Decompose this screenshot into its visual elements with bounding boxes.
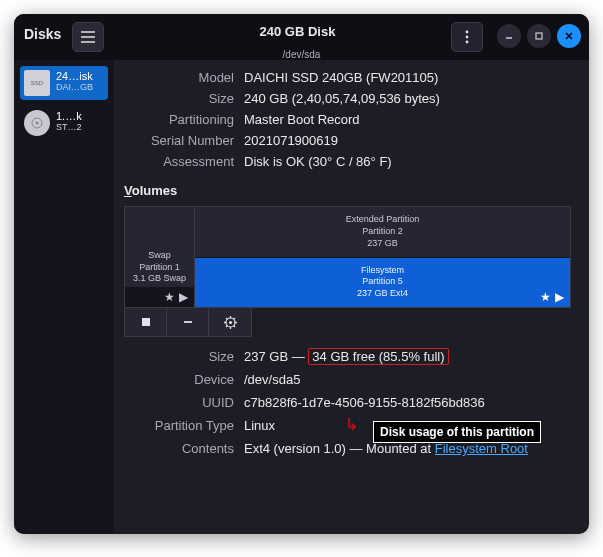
- partitioning-value: Master Boot Record: [244, 112, 571, 127]
- kebab-icon: [465, 30, 469, 44]
- serial-label: Serial Number: [124, 133, 234, 148]
- serial-value: 2021071900619: [244, 133, 571, 148]
- maximize-button[interactable]: [527, 24, 551, 48]
- settings-button[interactable]: [209, 308, 251, 336]
- svg-point-5: [36, 122, 39, 125]
- part-device-value: /dev/sda5: [244, 372, 571, 387]
- part-size-value: 237 GB — 34 GB free (85.5% full): [244, 349, 571, 364]
- sidebar-disk-text: 1.…k ST…2: [56, 110, 82, 136]
- window-subtitle: /dev/sda: [250, 49, 354, 60]
- part-size-label: Size: [124, 349, 234, 364]
- sidebar: SSD 24…isk DAI…GB 1.…k ST…2: [14, 60, 114, 534]
- sidebar-disk-text: 24…isk DAI…GB: [56, 70, 93, 96]
- volume-filesystem[interactable]: Filesystem Partition 5 237 GB Ext4 ★ ▶: [195, 258, 570, 308]
- part-uuid-value: c7b828f6-1d7e-4506-9155-8182f56bd836: [244, 395, 571, 410]
- assessment-label: Assessment: [124, 154, 234, 169]
- maximize-icon: [534, 31, 544, 41]
- drive-options-button[interactable]: [451, 22, 483, 52]
- sidebar-disk-ssd[interactable]: SSD 24…isk DAI…GB: [20, 66, 108, 100]
- fs-actions: ★ ▶: [540, 290, 564, 304]
- star-icon[interactable]: ★: [164, 290, 175, 304]
- play-icon[interactable]: ▶: [179, 290, 188, 304]
- drive-info: Model DAICHI SSD 240GB (FW201105) Size 2…: [124, 70, 571, 169]
- minimize-icon: [504, 31, 514, 41]
- model-label: Model: [124, 70, 234, 85]
- part-contents-value: Ext4 (version 1.0) — Mounted at Filesyst…: [244, 441, 571, 456]
- assessment-value: Disk is OK (30° C / 86° F): [244, 154, 571, 169]
- gear-icon: [224, 316, 237, 329]
- part-contents-label: Contents: [124, 441, 234, 456]
- window-title-group: 240 GB Disk /dev/sda: [250, 14, 354, 60]
- part-device-label: Device: [124, 372, 234, 387]
- volume-swap[interactable]: Swap Partition 1 3.1 GB Swap ★ ▶: [125, 207, 195, 307]
- ssd-icon: SSD: [24, 70, 50, 96]
- free-space-highlight: 34 GB free (85.5% full): [308, 348, 448, 365]
- close-icon: [564, 31, 574, 41]
- partitioning-label: Partitioning: [124, 112, 234, 127]
- partition-info: Size 237 GB — 34 GB free (85.5% full) De…: [124, 349, 571, 456]
- swap-actions: ★ ▶: [125, 287, 194, 307]
- content-area: SSD 24…isk DAI…GB 1.…k ST…2 Model DAICHI…: [14, 60, 589, 534]
- minimize-button[interactable]: [497, 24, 521, 48]
- svg-point-8: [228, 320, 231, 323]
- delete-button[interactable]: [167, 308, 209, 336]
- menu-button[interactable]: [72, 22, 104, 52]
- hamburger-icon: [81, 31, 95, 43]
- hdd-icon: [24, 110, 50, 136]
- volumes-map: Swap Partition 1 3.1 GB Swap ★ ▶ Extende…: [124, 206, 571, 308]
- svg-rect-3: [536, 33, 542, 39]
- unmount-button[interactable]: [125, 308, 167, 336]
- svg-point-0: [466, 31, 469, 34]
- model-value: DAICHI SSD 240GB (FW201105): [244, 70, 571, 85]
- mount-point-link[interactable]: Filesystem Root: [435, 441, 528, 456]
- part-type-value: Linux: [244, 418, 571, 433]
- window-title: 240 GB Disk: [250, 14, 354, 49]
- close-button[interactable]: [557, 24, 581, 48]
- sidebar-disk-hdd[interactable]: 1.…k ST…2: [20, 106, 108, 140]
- volumes-heading: Volumes: [124, 183, 571, 198]
- size-value: 240 GB (2,40,05,74,09,536 bytes): [244, 91, 571, 106]
- volume-extended[interactable]: Extended Partition Partition 2 237 GB: [195, 207, 570, 258]
- disks-window: Disks 240 GB Disk /dev/sda SSD 24…isk DA…: [14, 14, 589, 534]
- svg-rect-6: [142, 318, 150, 326]
- size-label: Size: [124, 91, 234, 106]
- svg-point-2: [466, 41, 469, 44]
- volume-toolbar: [124, 308, 252, 337]
- svg-point-1: [466, 36, 469, 39]
- part-type-label: Partition Type: [124, 418, 234, 433]
- star-icon[interactable]: ★: [540, 290, 551, 304]
- app-title: Disks: [24, 26, 61, 42]
- window-controls: [497, 24, 581, 48]
- header-bar: Disks 240 GB Disk /dev/sda: [14, 14, 589, 60]
- minus-icon: [182, 316, 194, 328]
- part-uuid-label: UUID: [124, 395, 234, 410]
- play-icon[interactable]: ▶: [555, 290, 564, 304]
- main-panel: Model DAICHI SSD 240GB (FW201105) Size 2…: [114, 60, 589, 534]
- stop-icon: [141, 317, 151, 327]
